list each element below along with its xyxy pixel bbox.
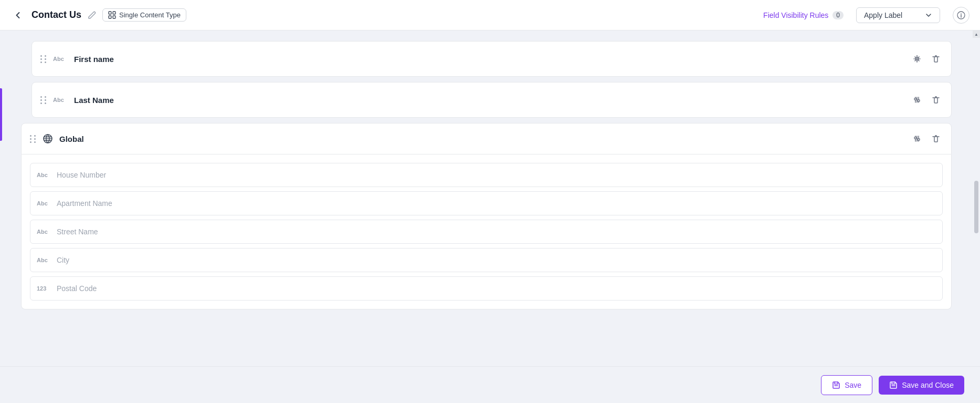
postal-code-placeholder: Postal Code: [57, 284, 97, 293]
content-type-badge[interactable]: Single Content Type: [102, 8, 186, 22]
global-delete-button[interactable]: [929, 132, 943, 146]
svg-rect-2: [109, 16, 111, 18]
house-number-type: Abc: [37, 172, 51, 178]
field-visibility-label: Field Visibility Rules: [763, 11, 828, 19]
save-close-label: Save and Close: [902, 381, 954, 389]
main-content: Abc First name: [0, 30, 980, 403]
last-name-type-icon: Abc: [53, 97, 68, 103]
street-name-field: Abc Street Name: [30, 220, 943, 244]
postal-code-type: 123: [37, 285, 51, 292]
footer: Save Save and Close: [0, 366, 980, 403]
global-subfields: Abc House Number Abc Apartment Name Abc …: [21, 154, 952, 309]
header: Contact Us Single Content Type Field Vis…: [0, 0, 980, 30]
city-placeholder: City: [57, 256, 69, 264]
first-name-actions: [910, 52, 943, 66]
apartment-name-type: Abc: [37, 200, 51, 206]
save-label: Save: [845, 381, 861, 389]
global-group-container: Global: [21, 123, 952, 309]
svg-rect-3: [113, 16, 115, 18]
first-name-label: First name: [74, 55, 904, 64]
back-button[interactable]: [10, 8, 25, 23]
svg-rect-19: [918, 139, 920, 140]
svg-rect-18: [914, 137, 916, 139]
first-name-delete-button[interactable]: [929, 52, 943, 66]
last-name-settings-button[interactable]: [910, 93, 924, 107]
first-name-settings-button[interactable]: [910, 52, 924, 66]
first-name-field: Abc First name: [31, 41, 952, 77]
globe-icon: [43, 133, 53, 144]
house-number-field: Abc House Number: [30, 163, 943, 187]
drag-handle-first-name[interactable]: [40, 55, 47, 63]
scroll-up-button[interactable]: ▲: [973, 30, 980, 38]
global-group-header: Global: [21, 123, 952, 154]
street-name-type: Abc: [37, 229, 51, 235]
city-field: Abc City: [30, 248, 943, 272]
scrollbar: ▲ ▼: [973, 30, 980, 403]
scroll-area[interactable]: Abc First name: [0, 30, 973, 403]
info-button[interactable]: [953, 7, 970, 24]
apartment-name-placeholder: Apartment Name: [57, 199, 112, 208]
scroll-thumb[interactable]: [974, 181, 978, 233]
global-group-name: Global: [59, 135, 904, 143]
postal-code-field: 123 Postal Code: [30, 276, 943, 301]
scroll-track: [973, 38, 980, 396]
apartment-name-field: Abc Apartment Name: [30, 191, 943, 215]
apply-label-button[interactable]: Apply Label: [856, 7, 940, 23]
page-title: Contact Us: [31, 9, 81, 20]
save-button[interactable]: Save: [821, 375, 872, 395]
field-visibility-button[interactable]: Field Visibility Rules 0: [763, 11, 844, 19]
house-number-placeholder: House Number: [57, 171, 106, 179]
header-right: Field Visibility Rules 0 Apply Label: [763, 7, 970, 24]
global-settings-button[interactable]: [910, 132, 924, 146]
svg-rect-0: [109, 12, 111, 14]
last-name-label: Last Name: [74, 96, 904, 105]
svg-rect-13: [918, 100, 920, 101]
last-name-actions: [910, 93, 943, 107]
last-name-delete-button[interactable]: [929, 93, 943, 107]
drag-handle-global[interactable]: [30, 135, 36, 143]
drag-handle-last-name[interactable]: [40, 96, 47, 104]
left-accent: [0, 88, 2, 141]
content-type-label: Single Content Type: [119, 11, 181, 19]
apply-label-text: Apply Label: [864, 11, 902, 19]
svg-rect-1: [113, 12, 115, 14]
field-visibility-count: 0: [833, 11, 844, 19]
city-type: Abc: [37, 257, 51, 263]
global-group-actions: [910, 132, 943, 146]
street-name-placeholder: Street Name: [57, 228, 98, 236]
save-close-button[interactable]: Save and Close: [879, 376, 964, 395]
edit-icon[interactable]: [88, 11, 96, 19]
svg-rect-12: [914, 98, 916, 100]
first-name-type-icon: Abc: [53, 56, 68, 62]
last-name-field: Abc Last Name: [31, 82, 952, 118]
header-left: Contact Us Single Content Type: [10, 8, 763, 23]
